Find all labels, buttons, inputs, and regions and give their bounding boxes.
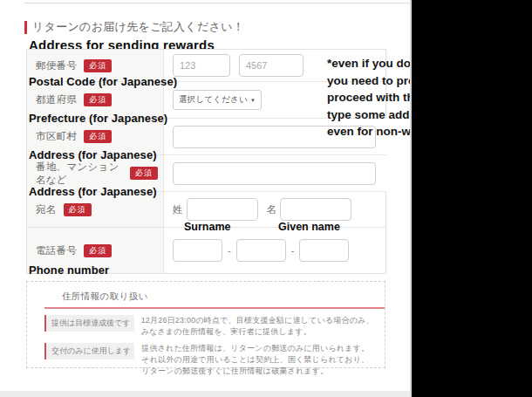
- notice-desc: 提供された住所情報は、リターンの郵送のみに用いられます。それ以外の用途で用いるこ…: [141, 343, 379, 377]
- prefecture-label: 都道府県: [36, 93, 77, 106]
- top-divider: [24, 3, 412, 3]
- prefecture-select-value: 選択してください: [179, 94, 248, 106]
- postal-code-input-2[interactable]: [239, 54, 304, 77]
- notice-term: 交付のみに使用します: [44, 343, 134, 359]
- bottom-edge-strip: [0, 391, 412, 397]
- row-phone: 電話番号 必須 - - Phone number: [27, 228, 385, 273]
- street-label-en: Address (for Japanese): [29, 185, 157, 198]
- phone-input-1[interactable]: [173, 239, 222, 262]
- phone-separator: -: [291, 245, 295, 256]
- phone-label: 電話番号: [36, 244, 77, 257]
- phone-input-2[interactable]: [236, 239, 286, 262]
- required-badge: 必須: [84, 244, 112, 257]
- surname-label-en: Surname: [184, 221, 231, 233]
- required-badge: 必須: [84, 93, 112, 106]
- notice-item: 提供は目標達成後です 12月26日23:00の時点で、目標支援金額に達している場…: [44, 315, 379, 338]
- city-label-en: Address (for Japanese): [29, 148, 157, 161]
- prefecture-label-en: Prefecture (for Japanese): [29, 112, 167, 125]
- street-label: 番地、マンション名など: [36, 161, 123, 187]
- address-info-notice: 住所情報の取り扱い 提供は目標達成後です 12月26日23:00の時点で、目標支…: [26, 281, 385, 368]
- red-accent-bar: [24, 21, 27, 34]
- phone-separator: -: [228, 245, 231, 256]
- city-label: 市区町村: [36, 130, 77, 143]
- section-header: リターンのお届け先をご記入ください！ Address for sending r…: [24, 19, 244, 52]
- surname-label-ja: 姓: [173, 203, 183, 216]
- black-overlay-pane: [412, 0, 532, 397]
- givenname-label-ja: 名: [267, 203, 277, 216]
- phone-input-3[interactable]: [299, 239, 349, 262]
- phone-label-en: Phone number: [29, 264, 109, 277]
- notice-item: 交付のみに使用します 提供された住所情報は、リターンの郵送のみに用いられます。そ…: [44, 343, 379, 377]
- notice-term: 提供は目標達成後です: [44, 315, 134, 332]
- postal-code-label: 郵便番号: [36, 59, 77, 72]
- required-badge: 必須: [130, 167, 158, 180]
- notice-title-underline: [44, 307, 385, 309]
- givenname-label-en: Given name: [278, 221, 340, 233]
- required-badge: 必須: [84, 59, 112, 72]
- notice-title: 住所情報の取り扱い: [62, 291, 379, 303]
- surname-input[interactable]: [187, 198, 258, 221]
- chevron-down-icon: ▼: [250, 98, 256, 103]
- required-badge: 必須: [84, 130, 112, 143]
- postal-code-label-en: Postal Code (for Japanese): [29, 75, 177, 88]
- section-title-ja: リターンのお届け先をご記入ください！: [32, 19, 244, 35]
- street-input[interactable]: [173, 162, 376, 185]
- required-badge: 必須: [64, 203, 92, 216]
- givenname-input[interactable]: [280, 198, 351, 221]
- notice-desc: 12月26日23:00の時点で、目標支援金額に達している場合のみ、みなさまの住所…: [141, 315, 379, 338]
- addressee-label: 宛名: [36, 203, 57, 216]
- prefecture-select[interactable]: 選択してください ▼: [173, 90, 262, 110]
- page: リターンのお届け先をご記入ください！ Address for sending r…: [0, 0, 532, 397]
- postal-code-input-1[interactable]: [173, 54, 230, 77]
